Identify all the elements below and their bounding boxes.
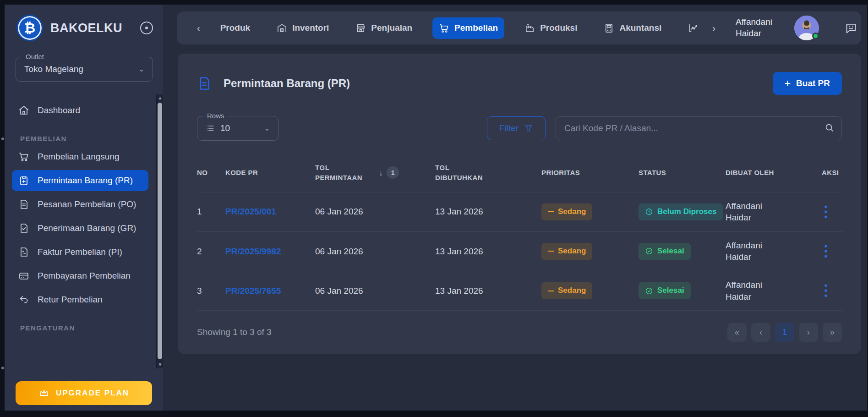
sidebar-item-label: Dashboard [38,105,80,116]
search-input[interactable] [556,116,842,140]
status-badge: Selesai [639,243,691,260]
file-text-icon [18,199,29,210]
list-icon [206,124,215,133]
storefront-icon [355,23,366,33]
row-actions-button[interactable]: ••• [822,244,830,259]
search-box [556,116,842,140]
page-prev-button[interactable]: ‹ [751,323,770,342]
sidebar-item-pembayaran-pembelian[interactable]: Pembayaran Pembelian [12,265,148,286]
upgrade-plan-label: UPGRADE PLAN [56,389,129,398]
pr-code-link[interactable]: PR/2025/7655 [225,286,281,296]
nav-item-produksi[interactable]: Produksi [518,17,584,39]
sidebar-item-permintaan-barang[interactable]: Permintaan Barang (PR) [12,170,148,191]
sidebar-item-pesanan-pembelian[interactable]: Pesanan Pembelian (PO) [12,194,148,215]
chevron-down-icon: ⌄ [138,65,144,73]
pr-code-link[interactable]: PR/2025/9982 [225,247,281,256]
nav-item-label: Akuntansi [619,23,661,33]
outlet-label: Outlet [22,53,47,60]
warehouse-icon [277,23,287,33]
col-aksi: AKSI [822,156,843,192]
sidebar-item-dashboard[interactable]: Dashboard [12,100,148,121]
sidebar-item-faktur-pembelian[interactable]: Faktur Pembelian (PI) [12,241,148,263]
col-label: TGL PERMINTAAN [315,163,372,183]
sidebar-section-pengaturan: PENGATURAN [20,324,151,332]
col-status[interactable]: STATUS [639,156,726,192]
online-status-dot [812,33,819,39]
priority-badge: Sedang [541,243,592,260]
sidebar-item-label: Pesanan Pembelian (PO) [38,199,136,210]
user-name[interactable]: Affandani Haidar [736,16,772,39]
col-label: TGL DIBUTUHKAN [435,163,492,183]
sidebar-item-label: Penerimaan Barang (GR) [38,223,136,234]
pagination: « ‹ 1 › » [727,323,842,342]
row-actions-button[interactable]: ••• [822,283,830,298]
user-avatar[interactable] [794,16,819,40]
page-first-button[interactable]: « [727,323,747,342]
scroll-down-icon[interactable]: ▼ [157,361,164,368]
sidebar-item-pembelian-langsung[interactable]: Pembelian Langsung [12,146,148,167]
sidebar-item-label: Faktur Pembelian (PI) [38,247,122,258]
check-circle-icon [645,287,653,295]
sidebar-item-label: Retur Pembelian [38,294,103,305]
chevron-down-icon: ⌄ [264,124,270,132]
priority-badge: Sedang [541,203,592,220]
nav-scroll-right-icon[interactable]: › [712,23,715,33]
showing-summary: Showing 1 to 3 of 3 [197,327,272,337]
col-tgl-permintaan[interactable]: TGL PERMINTAAN↓1 [315,156,435,192]
sidebar-item-retur-pembelian[interactable]: Retur Pembelian [12,289,148,310]
sidebar-item-label: Pembelian Langsung [38,151,120,162]
row-actions-button[interactable]: ••• [822,204,830,219]
filter-label: Filter [499,123,519,133]
cell-tgl-dibutuhkan: 13 Jan 2026 [435,192,541,231]
scrollbar-thumb[interactable] [158,103,162,359]
buat-pr-button[interactable]: + Buat PR [773,72,842,95]
page-title: Permintaan Barang (PR) [197,76,350,91]
page-next-button[interactable]: › [799,323,818,342]
sidebar-header: ₿ BAKOELKU [5,15,163,41]
section-bullet [1,367,4,369]
search-icon [824,123,835,133]
nav-item-produk[interactable]: Produk [214,17,257,38]
col-no[interactable]: NO [197,156,225,192]
col-dibuat-oleh[interactable]: DIBUAT OLEH [726,156,822,192]
col-tgl-dibutuhkan[interactable]: TGL DIBUTUHKAN [435,156,541,192]
cell-no: 2 [197,231,225,271]
table-row: 2 PR/2025/9982 06 Jan 2026 13 Jan 2026 S… [197,231,843,271]
rows-per-page-select[interactable]: Rows 10 ⌄ [197,116,278,141]
sidebar-nav: Dashboard PEMBELIAN Pembelian Langsung P… [5,97,163,377]
pr-code-link[interactable]: PR/2025/001 [225,207,276,216]
cell-tgl-permintaan: 06 Jan 2026 [315,231,435,271]
rows-value: 10 [220,123,230,133]
filter-button[interactable]: Filter [487,116,546,140]
col-kode-pr[interactable]: KODE PR [225,156,315,192]
sort-desc-icon: ↓ [379,167,383,179]
dash-icon [548,211,554,212]
sidebar-section-pembelian: PEMBELIAN [20,135,151,143]
sidebar-item-penerimaan-barang[interactable]: Penerimaan Barang (GR) [12,218,148,239]
page-title-text: Permintaan Barang (PR) [224,77,350,90]
nav-item-pembelian[interactable]: Pembelian [432,17,504,39]
sidebar-collapse-icon[interactable] [140,22,153,34]
nav-item-penjualan[interactable]: Penjualan [349,17,419,39]
col-prioritas[interactable]: PRIORITAS [541,156,639,192]
sidebar-item-label: Permintaan Barang (PR) [38,175,133,186]
upgrade-plan-button[interactable]: UPGRADE PLAN [16,381,152,405]
nav-scroll-left-icon[interactable]: ‹ [197,23,200,33]
sidebar-scrollbar[interactable]: ▲ ▼ [156,94,163,368]
nav-item-akuntansi[interactable]: Akuntansi [597,17,668,39]
outlet-value: Toko Magelang [24,64,83,74]
clipboard-plus-icon [18,175,29,186]
return-arrow-icon [18,294,29,305]
page-last-button[interactable]: » [823,323,842,342]
sort-order-badge: 1 [387,166,399,179]
brand-name: BAKOELKU [50,21,122,35]
plus-icon: + [785,77,791,90]
outlet-select[interactable]: Outlet Toko Magelang ⌄ [16,57,153,82]
scroll-up-icon[interactable]: ▲ [157,94,164,102]
chat-button[interactable] [845,22,857,34]
nav-item-laporan[interactable] [682,17,699,39]
page-number-button[interactable]: 1 [775,323,794,342]
cart-icon [439,23,449,33]
nav-item-inventori[interactable]: Inventori [270,17,335,39]
sort-control[interactable]: ↓1 [379,166,399,179]
